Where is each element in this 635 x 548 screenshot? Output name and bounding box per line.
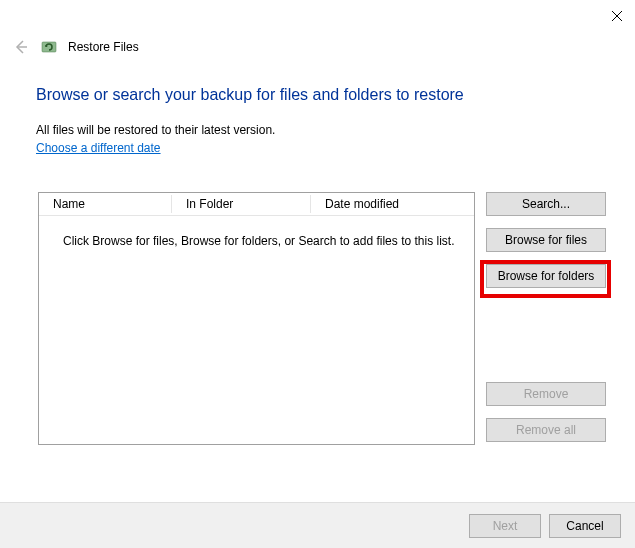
page-heading: Browse or search your backup for files a…	[36, 86, 464, 104]
header-bar: Restore Files	[12, 38, 139, 56]
window-title: Restore Files	[68, 40, 139, 54]
file-list: Name In Folder Date modified Click Brows…	[38, 192, 475, 445]
column-folder[interactable]: In Folder	[172, 193, 310, 215]
empty-list-text: Click Browse for files, Browse for folde…	[39, 216, 474, 248]
cancel-button[interactable]: Cancel	[549, 514, 621, 538]
browse-files-button[interactable]: Browse for files	[486, 228, 606, 252]
button-spacer	[486, 300, 608, 382]
remove-button: Remove	[486, 382, 606, 406]
restore-files-icon	[40, 38, 58, 56]
column-date[interactable]: Date modified	[311, 193, 461, 215]
browse-folders-button[interactable]: Browse for folders	[486, 264, 606, 288]
remove-all-button: Remove all	[486, 418, 606, 442]
version-subtext: All files will be restored to their late…	[36, 123, 275, 137]
choose-date-link[interactable]: Choose a different date	[36, 141, 161, 155]
close-icon[interactable]	[611, 8, 623, 25]
footer-bar: Next Cancel	[0, 502, 635, 548]
search-button[interactable]: Search...	[486, 192, 606, 216]
next-button: Next	[469, 514, 541, 538]
list-header: Name In Folder Date modified	[39, 193, 474, 216]
side-button-group: Search... Browse for files Browse for fo…	[486, 192, 608, 454]
column-name[interactable]: Name	[39, 193, 171, 215]
back-arrow-icon[interactable]	[12, 38, 30, 56]
